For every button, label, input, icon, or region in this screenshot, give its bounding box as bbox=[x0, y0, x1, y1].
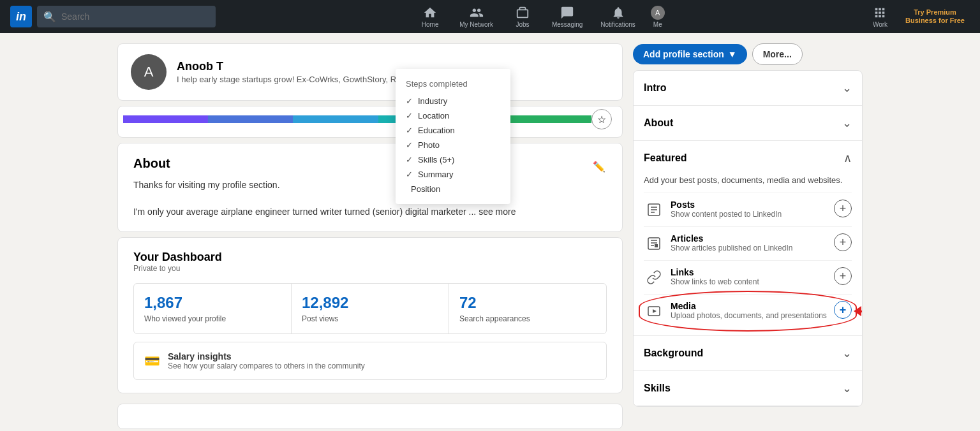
articles-title: Articles bbox=[671, 233, 828, 244]
featured-description: Add your best posts, documents, media an… bbox=[644, 175, 852, 185]
stat-post-views[interactable]: 12,892 Post views bbox=[292, 284, 449, 333]
sidebar-skills-header[interactable]: Skills ⌄ bbox=[634, 371, 862, 405]
media-icon bbox=[644, 301, 664, 321]
add-profile-section-button[interactable]: Add profile section ▼ bbox=[633, 44, 747, 64]
steps-label-2: Education bbox=[418, 126, 455, 135]
sidebar-section-intro: Intro ⌄ bbox=[634, 71, 862, 106]
nav-item-jobs[interactable]: Jobs bbox=[503, 6, 542, 28]
posts-subtitle: Show content posted to LinkedIn bbox=[671, 210, 828, 219]
media-subtitle: Upload photos, documents, and presentati… bbox=[671, 311, 828, 320]
nav-premium[interactable]: Try Premium Business for Free bbox=[900, 8, 970, 25]
sidebar-background-header[interactable]: Background ⌄ bbox=[634, 336, 862, 370]
featured-item-links: Links Show links to web content + bbox=[644, 260, 852, 294]
svg-rect-4 bbox=[648, 238, 660, 249]
nav-label-my-network: My Network bbox=[459, 21, 493, 28]
media-arrow bbox=[854, 306, 862, 316]
sidebar-intro-header[interactable]: Intro ⌄ bbox=[634, 71, 862, 105]
profile-avatar: A bbox=[131, 54, 167, 90]
steps-label-5: Summary bbox=[418, 170, 454, 179]
navbar: in 🔍 Home My Network Jobs Messaging Noti… bbox=[0, 0, 980, 33]
checkmark-icon: ✓ bbox=[406, 111, 413, 121]
about-edit-button[interactable]: ✏️ bbox=[589, 156, 609, 177]
right-panel: Add profile section ▼ More... Intro ⌄ Ab bbox=[633, 43, 863, 429]
add-articles-button[interactable]: + bbox=[834, 233, 852, 251]
sidebar-about-header[interactable]: About ⌄ bbox=[634, 106, 862, 140]
stat-profile-views[interactable]: 1,867 Who viewed your profile bbox=[134, 284, 292, 333]
nav-item-my-network[interactable]: My Network bbox=[452, 6, 501, 28]
about-card: About ✏️ Thanks for visiting my profile … bbox=[117, 143, 623, 232]
add-links-button[interactable]: + bbox=[834, 267, 852, 285]
sidebar-skills-title: Skills bbox=[644, 383, 671, 394]
search-bar[interactable]: 🔍 bbox=[37, 6, 216, 27]
people-icon bbox=[470, 6, 484, 20]
nav-item-work[interactable]: Work bbox=[868, 6, 893, 28]
main-content: A Anoob T I help early stage startups gr… bbox=[117, 43, 623, 429]
progress-seg-2 bbox=[208, 115, 293, 123]
progress-bar: ✓ bbox=[123, 115, 591, 123]
dropdown-arrow-icon: ▼ bbox=[728, 49, 737, 59]
work-label: Work bbox=[873, 21, 887, 28]
steps-label-0: Industry bbox=[418, 96, 447, 106]
featured-body: Add your best posts, documents, media an… bbox=[634, 175, 862, 335]
nav-label-messaging: Messaging bbox=[552, 21, 583, 28]
salary-info: Salary insights See how your salary comp… bbox=[168, 351, 365, 370]
briefcase-icon bbox=[516, 6, 530, 20]
stat-search-appearances[interactable]: 72 Search appearances bbox=[449, 284, 606, 333]
salary-title: Salary insights bbox=[168, 351, 365, 362]
sidebar-section-about: About ⌄ bbox=[634, 106, 862, 141]
stat-label-0: Who viewed your profile bbox=[144, 314, 281, 323]
steps-dropdown: Steps completed ✓ Industry ✓ Location ✓ … bbox=[396, 69, 510, 204]
links-content: Links Show links to web content bbox=[671, 267, 828, 286]
bell-icon bbox=[611, 6, 625, 20]
chevron-down-icon: ⌄ bbox=[842, 381, 852, 395]
salary-sub: See how your salary compares to others i… bbox=[168, 362, 365, 370]
checkmark-icon: ✓ bbox=[406, 126, 413, 135]
progress-bar-container: ✓ ☆ bbox=[118, 106, 622, 129]
star-button[interactable]: ☆ bbox=[591, 109, 612, 129]
chevron-down-icon: ⌄ bbox=[842, 81, 852, 95]
checkmark-icon: ✓ bbox=[406, 155, 413, 164]
sidebar-featured-header[interactable]: Featured ∧ bbox=[634, 141, 862, 175]
profile-header: A Anoob T I help early stage startups gr… bbox=[117, 43, 623, 101]
steps-item-position: Position bbox=[396, 182, 510, 196]
about-title: About bbox=[133, 156, 607, 171]
featured-item-articles: Articles Show articles published on Link… bbox=[644, 226, 852, 260]
featured-item-posts: Posts Show content posted to LinkedIn + bbox=[644, 193, 852, 226]
nav-item-me[interactable]: A Me bbox=[646, 6, 670, 28]
steps-title: Steps completed bbox=[396, 77, 510, 94]
premium-line2: Business for Free bbox=[905, 17, 965, 24]
salary-row[interactable]: 💳 Salary insights See how your salary co… bbox=[133, 342, 607, 380]
steps-item-industry: ✓ Industry bbox=[396, 94, 510, 108]
search-input[interactable] bbox=[61, 11, 209, 22]
stat-num-1: 12,892 bbox=[302, 294, 438, 312]
grid-icon bbox=[873, 6, 887, 20]
svg-rect-8 bbox=[655, 244, 658, 247]
arrow-head-icon bbox=[854, 306, 861, 316]
nav-item-home[interactable]: Home bbox=[411, 6, 449, 28]
dashboard-subtitle: Private to you bbox=[133, 264, 607, 273]
premium-line1: Try Premium bbox=[914, 8, 956, 16]
featured-item-media: Media Upload photos, documents, and pres… bbox=[644, 294, 852, 328]
linkedin-logo[interactable]: in bbox=[10, 6, 32, 27]
steps-label-6: Position bbox=[411, 184, 440, 194]
posts-content: Posts Show content posted to LinkedIn bbox=[671, 200, 828, 219]
more-button[interactable]: More... bbox=[752, 43, 803, 65]
nav-item-notifications[interactable]: Notifications bbox=[593, 6, 642, 28]
sidebar-scroll[interactable]: Intro ⌄ About ⌄ Featured ∧ bbox=[634, 71, 862, 406]
chevron-down-icon: ⌄ bbox=[842, 346, 852, 360]
nav-item-messaging[interactable]: Messaging bbox=[544, 6, 590, 28]
right-top-buttons: Add profile section ▼ More... bbox=[633, 43, 863, 65]
add-posts-button[interactable]: + bbox=[834, 200, 852, 217]
links-subtitle: Show links to web content bbox=[671, 277, 828, 286]
progress-card: ✓ ☆ bbox=[117, 106, 623, 138]
sidebar-about-title: About bbox=[644, 117, 673, 129]
posts-title: Posts bbox=[671, 200, 828, 210]
chat-icon bbox=[560, 6, 574, 20]
progress-seg-6 bbox=[507, 115, 591, 123]
add-media-button[interactable]: + bbox=[834, 301, 852, 319]
about-line2: I'm only your average airplane engineer … bbox=[133, 207, 516, 217]
media-title: Media bbox=[671, 301, 828, 311]
dashboard-card: Your Dashboard Private to you 1,867 Who … bbox=[117, 237, 623, 393]
sidebar-panel: Intro ⌄ About ⌄ Featured ∧ bbox=[633, 70, 863, 407]
salary-icon: 💳 bbox=[144, 353, 160, 369]
